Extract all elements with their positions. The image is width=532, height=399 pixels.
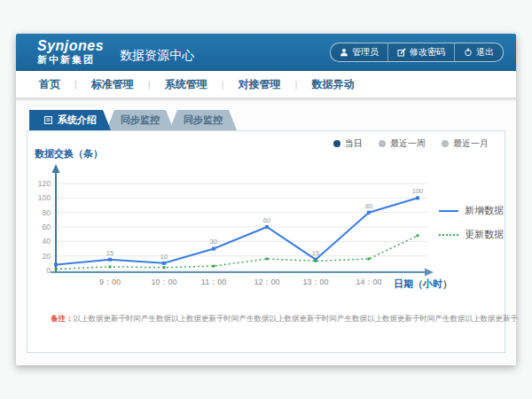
data-point-marker <box>162 262 166 265</box>
y-axis-arrow-icon <box>52 164 60 173</box>
brand-logo: Synjones 新中新集团 <box>16 39 104 65</box>
nav-item-3[interactable]: 对接管理 <box>239 77 281 92</box>
y-tick-label: 60 <box>43 223 51 231</box>
x-tick-label: 13：00 <box>302 278 328 286</box>
y-tick-label: 100 <box>38 193 51 202</box>
chart-panel: 当日最近一周最近一月 0204060801001209：0010：0011：00… <box>27 130 505 353</box>
content-area: 系统介绍同步监控同步监控 当日最近一周最近一月 0204060801001209… <box>16 102 516 364</box>
data-point-label: 60 <box>263 216 270 224</box>
data-point-marker <box>55 268 58 270</box>
x-tick-label: 12：00 <box>254 278 279 286</box>
nav-separator: | <box>74 79 77 90</box>
x-axis-title: 日期（小时） <box>394 278 452 290</box>
data-point-marker <box>163 266 166 269</box>
nav-item-1[interactable]: 标准管理 <box>91 77 134 92</box>
user-menu-item-0[interactable]: 管理员 <box>331 43 387 61</box>
data-point-label: 10 <box>160 253 168 261</box>
y-tick-label: 40 <box>43 237 51 246</box>
brand-logo-subtext: 新中新集团 <box>37 55 104 65</box>
footer-note: 备注：以上数据更新于时间产生数据以上数据更新于时间产生数据以上数据更新于时间产生… <box>51 314 518 325</box>
tab-0[interactable]: 系统介绍 <box>29 110 111 130</box>
x-tick-labels: 9：0010：0011：0012：0013：0014：00 <box>99 278 382 286</box>
data-point-marker <box>54 262 58 266</box>
data-point-marker <box>213 265 215 268</box>
legend-line-sample <box>439 234 458 236</box>
tab-label: 系统介绍 <box>58 110 97 130</box>
data-point-label: 30 <box>210 238 217 246</box>
legend-item-1: 更新数据 <box>439 228 504 241</box>
user-menu-item-2[interactable]: 退出 <box>454 43 503 61</box>
data-point-marker <box>266 257 269 260</box>
user-menu-label: 修改密码 <box>410 46 445 59</box>
radio-selected-icon <box>333 140 340 147</box>
nav-item-0[interactable]: 首页 <box>39 77 60 92</box>
legend-item-0: 新增数据 <box>439 204 504 217</box>
radio-unselected-icon <box>379 140 386 147</box>
data-point-marker <box>108 258 112 262</box>
data-point-marker <box>367 211 371 215</box>
tab-2[interactable]: 同步监控 <box>169 110 237 130</box>
power-icon <box>464 48 473 57</box>
y-axis-title: 数据交换（条） <box>34 148 103 160</box>
user-menu-label: 退出 <box>476 46 494 59</box>
data-point-label: 15 <box>106 249 113 257</box>
page-title: 数据资源中心 <box>120 48 194 64</box>
x-tick-label: 11：00 <box>201 278 226 286</box>
x-tick-label: 10：00 <box>151 278 176 286</box>
edit-icon <box>397 48 406 57</box>
data-point-marker <box>315 260 317 262</box>
data-point-label: 15 <box>312 249 319 257</box>
legend-label: 新增数据 <box>465 204 504 217</box>
footer-note-prefix: 备注： <box>51 314 74 323</box>
y-tick-label: 80 <box>43 208 51 217</box>
main-nav: 首页|标准管理|系统管理|对接管理|数据异动 <box>16 71 516 98</box>
brand-logo-text: Synjones <box>37 39 104 53</box>
data-point-label: 80 <box>365 202 372 210</box>
x-tick-label: 14：00 <box>356 278 381 286</box>
legend-label: 更新数据 <box>465 228 504 241</box>
y-tick-label: 0 <box>46 266 51 275</box>
user-menu-label: 管理员 <box>352 46 379 59</box>
data-point-marker <box>109 265 112 268</box>
nav-separator: | <box>222 79 224 90</box>
app-header: Synjones 新中新集团 数据资源中心 管理员修改密码退出 <box>16 34 516 71</box>
tab-label: 同步监控 <box>121 110 160 130</box>
user-icon <box>340 48 348 57</box>
y-tick-label: 20 <box>43 252 51 261</box>
nav-item-2[interactable]: 系统管理 <box>165 77 207 92</box>
x-axis-arrow-icon <box>425 269 434 277</box>
data-point-label: 100 <box>412 187 424 195</box>
user-menu: 管理员修改密码退出 <box>330 43 504 62</box>
user-menu-item-1[interactable]: 修改密码 <box>387 43 454 61</box>
tab-1[interactable]: 同步监控 <box>106 110 174 130</box>
nav-separator: | <box>148 79 151 90</box>
data-point-marker <box>417 234 419 237</box>
legend-line-sample <box>439 210 458 212</box>
data-point-marker <box>212 246 215 250</box>
nav-separator: | <box>295 79 298 90</box>
radio-unselected-icon <box>442 140 449 147</box>
y-tick-label: 120 <box>38 179 51 188</box>
data-point-marker <box>368 257 371 260</box>
exchange-line-chart: 0204060801001209：0010：0011：0012：0013：001… <box>27 147 503 296</box>
tab-label: 同步监控 <box>184 110 223 130</box>
nav-item-4[interactable]: 数据异动 <box>311 77 354 92</box>
app-window: Synjones 新中新集团 数据资源中心 管理员修改密码退出 首页|标准管理|… <box>16 34 516 365</box>
data-point-marker <box>416 196 419 200</box>
footer-note-text: 以上数据更新于时间产生数据以上数据更新于时间产生数据以上数据更新于时间产生数据以… <box>74 314 519 323</box>
x-tick-label: 9：00 <box>99 278 121 286</box>
form-icon <box>43 115 53 125</box>
data-point-marker <box>265 225 269 229</box>
series-legend: 新增数据更新数据 <box>439 204 504 241</box>
tab-bar: 系统介绍同步监控同步监控 <box>29 110 237 130</box>
